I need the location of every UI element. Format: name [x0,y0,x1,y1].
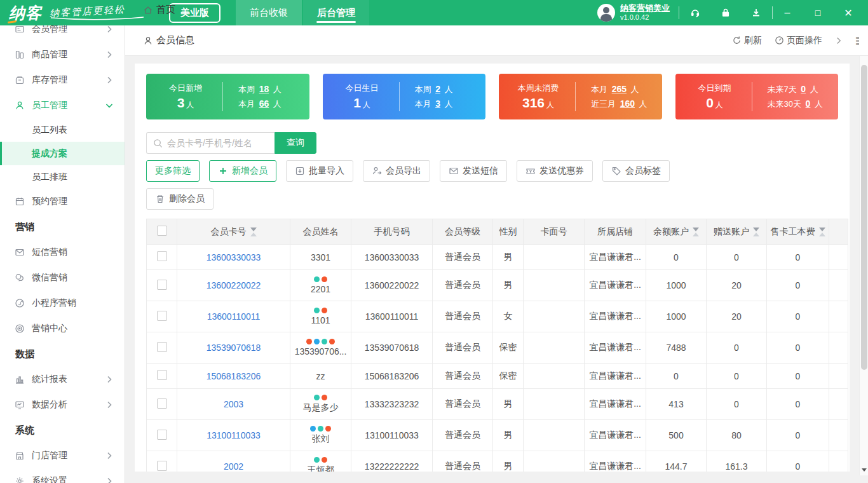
chevron-down-icon [104,100,114,111]
close-button[interactable]: ✕ [843,7,854,19]
plus-icon [218,166,228,176]
tabs-scroll-right-button[interactable] [835,37,843,44]
scrollbar-down-button[interactable] [860,465,868,474]
member-card-no-link[interactable]: 2002 [224,461,243,472]
member-name: 2201 [311,284,330,294]
delete-member-button[interactable]: 删除会员 [146,188,214,210]
button-label: 新增会员 [232,165,268,177]
sidebar-item-预约管理[interactable]: 预约管理 [0,189,125,214]
chevron-right-icon [104,50,114,60]
member-level: 普通会员 [433,420,493,451]
lock-icon[interactable] [719,6,733,20]
card-stat-line: 未来7天 0 人 [768,84,830,95]
page-ops-button[interactable]: 页面操作 [775,35,822,46]
column-label: 售卡工本费 [771,226,815,238]
member-card-no-link[interactable]: 13600330033 [207,252,261,262]
sidebar-item-库存管理[interactable]: 库存管理 [0,67,125,93]
member-card-no-link[interactable]: 13100110033 [207,430,261,440]
member-card-no-link[interactable]: 13600110011 [207,311,261,322]
send-coupon-button[interactable]: 发送优惠券 [517,160,593,182]
export-icon [372,166,382,176]
row-checkbox[interactable] [157,311,167,321]
card-fee: 0 [767,245,829,270]
sidebar-item-小程序营销[interactable]: 小程序营销 [0,290,125,316]
sidebar-subitem-员工排班[interactable]: 员工排班 [0,165,125,189]
sidebar-item-微信营销[interactable]: 微信营销 [0,265,125,290]
add-member-button[interactable]: 新增会员 [209,160,276,182]
monitor-icon [14,399,25,411]
sidebar-subitem-员工列表[interactable]: 员工列表 [0,118,125,142]
member-card-no-link[interactable]: 13600220022 [207,280,261,290]
box-icon [14,74,25,86]
card-face-no [524,420,585,451]
topnav-tab-admin[interactable]: 后台管理 [303,0,369,25]
sort-carets[interactable] [753,228,759,236]
column-header-性别: 性别 [493,219,524,245]
row-checkbox[interactable] [157,430,167,440]
scrollbar-thumb[interactable] [861,65,867,370]
sidebar-item-门店管理[interactable]: 门店管理 [0,443,125,468]
row-checkbox[interactable] [157,461,167,471]
sort-carets[interactable] [693,228,699,236]
row-checkbox[interactable] [157,251,167,261]
search-input[interactable] [167,138,262,148]
sidebar-item-数据分析[interactable]: 数据分析 [0,392,125,418]
member-level: 普通会员 [433,270,493,301]
card-stat-line: 本周 18 人 [238,84,301,95]
refresh-button[interactable]: 刷新 [732,35,762,46]
card-value: 0人 [684,95,745,111]
tab-首页[interactable]: 首页 [143,0,194,25]
sidebar-item-短信营销[interactable]: 短信营销 [0,240,125,265]
sort-carets[interactable] [250,228,257,236]
tab-会员信息[interactable]: 会员信息 [143,25,194,56]
card-stat-line: 本月 265 人 [591,84,653,95]
download-icon[interactable] [749,6,763,20]
column-header-会员卡号[interactable]: 会员卡号 [177,219,290,245]
sidebar-item-商品管理[interactable]: 商品管理 [0,42,125,67]
maximize-button[interactable]: □ [812,8,824,18]
sidebar-item-员工管理[interactable]: 员工管理 [0,93,125,118]
card-label: 今日到期 [684,83,745,94]
member-card-no-link[interactable]: 13539070618 [207,343,261,353]
row-checkbox[interactable] [157,342,167,352]
headset-icon[interactable] [688,6,702,20]
more-filter-button[interactable]: 更多筛选 [146,160,200,182]
sidebar-item-统计报表[interactable]: 统计报表 [0,367,125,392]
select-all-checkbox[interactable] [157,226,167,236]
column-header-余额账户[interactable]: 余额账户 [646,219,707,245]
sidebar-subitem-提成方案[interactable]: 提成方案 [0,142,125,165]
member-gender: 保密 [493,364,524,389]
column-header-赠送账户[interactable]: 赠送账户 [707,219,767,245]
column-header-售卡工本费[interactable]: 售卡工本费 [767,219,829,245]
minimize-button[interactable]: – [782,7,793,18]
card-face-no [524,364,585,389]
query-button[interactable]: 查询 [275,132,316,154]
sidebar-item-会员管理[interactable]: 会员管理 [0,25,125,42]
member-card-no-link[interactable]: 2003 [224,399,243,409]
slogan: 纳客管店更轻松 [50,0,145,25]
button-label: 批量导入 [309,165,344,177]
row-checkbox[interactable] [157,280,167,290]
member-tag-button[interactable]: 会员标签 [602,160,670,182]
user-box[interactable]: 纳客营销美业 v1.0.0.42 [597,4,670,22]
row-checkbox[interactable] [157,398,167,409]
vertical-scrollbar[interactable] [859,56,868,475]
table-row: 2002 王烦都 13222222222 普通会员 男 宜昌谦谦君... 144… [147,451,848,472]
topnav: 前台收银后台管理 [236,0,369,25]
card-label: 今日新增 [155,83,216,94]
goods-icon [14,49,25,60]
member-store: 宜昌谦谦君... [585,364,646,389]
member-phone: 15068183206 [351,364,433,389]
topnav-tab-cashier[interactable]: 前台收银 [236,0,302,25]
clipped-menu-icon[interactable]: ☰ [855,36,859,46]
row-checkbox[interactable] [157,370,167,380]
sidebar-item-营销中心[interactable]: 营销中心 [0,316,125,341]
member-level: 普通会员 [433,245,493,270]
send-sms-button[interactable]: 发送短信 [440,160,507,182]
chart-icon [14,374,25,385]
member-export-button[interactable]: 会员导出 [363,160,430,182]
sort-carets[interactable] [819,228,825,236]
batch-import-button[interactable]: 批量导入 [286,160,353,182]
member-card-no-link[interactable]: 15068183206 [207,371,261,381]
sidebar-item-系统设置[interactable]: 系统设置 [0,468,125,483]
